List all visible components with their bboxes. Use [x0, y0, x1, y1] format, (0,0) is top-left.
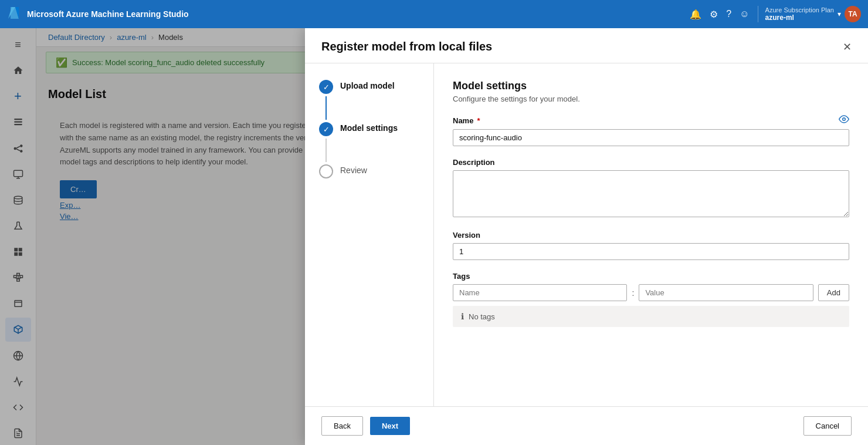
panel-title: Register model from local files [321, 40, 492, 53]
info-icon: ℹ [461, 312, 464, 321]
name-required-indicator: * [477, 116, 480, 125]
version-field-group: Version [453, 231, 849, 260]
settings-icon[interactable]: ⚙ [710, 9, 718, 20]
notification-icon[interactable]: 🔔 [690, 9, 701, 20]
form-section-subtitle: Configure the settings for your model. [453, 95, 849, 103]
name-label: Name * [453, 115, 849, 126]
panel-body: Upload model Model settings [305, 63, 868, 406]
no-tags-message: No tags [469, 312, 495, 321]
step-1-line [326, 96, 327, 120]
eye-icon[interactable] [839, 115, 849, 126]
stepper: Upload model Model settings [305, 63, 434, 406]
azure-logo-icon [7, 6, 21, 22]
tag-value-input[interactable] [639, 284, 813, 301]
next-button[interactable]: Next [370, 417, 410, 435]
subscription-plan-label: Azure Subscription Plan [765, 6, 834, 14]
svg-point-30 [843, 118, 846, 121]
avatar[interactable]: TA [845, 6, 861, 22]
step-3-circle [319, 164, 333, 178]
tags-row: : Add [453, 284, 849, 301]
step-review: Review [319, 164, 419, 178]
step-3-label: Review [340, 164, 367, 175]
description-label: Description [453, 158, 849, 167]
step-2-checkmark [323, 125, 330, 134]
tags-field-group: Tags : Add ℹ No tags [453, 272, 849, 327]
no-tags-area: ℹ No tags [453, 306, 849, 327]
app-title: Microsoft Azure Machine Learning Studio [27, 9, 189, 19]
back-button[interactable]: Back [321, 416, 363, 436]
workspace-label: azure-ml [765, 14, 834, 22]
version-label: Version [453, 231, 849, 240]
step-2-circle [319, 122, 333, 136]
version-input[interactable] [453, 243, 849, 260]
cancel-button[interactable]: Cancel [803, 416, 852, 436]
tag-colon: : [632, 288, 634, 298]
panel-footer: Back Next Cancel [305, 406, 868, 445]
form-section-title: Model settings [453, 80, 849, 92]
register-model-panel: Register model from local files ✕ Upload… [305, 28, 868, 445]
step-model-settings: Model settings [319, 122, 419, 164]
form-area: Model settings Configure the settings fo… [434, 63, 868, 406]
smiley-icon[interactable]: ☺ [740, 9, 749, 19]
dropdown-icon[interactable]: ▾ [838, 10, 841, 18]
step-upload-model: Upload model [319, 80, 419, 122]
step-1-checkmark [323, 83, 330, 92]
step-1-label: Upload model [340, 80, 395, 90]
tags-label: Tags [453, 272, 849, 281]
help-icon[interactable]: ? [726, 9, 731, 19]
topbar: Microsoft Azure Machine Learning Studio … [0, 0, 868, 28]
account-section: Azure Subscription Plan azure-ml ▾ TA [758, 6, 861, 22]
name-input[interactable] [453, 129, 849, 146]
tag-name-input[interactable] [453, 284, 627, 301]
panel-close-button[interactable]: ✕ [843, 41, 852, 53]
step-2-label: Model settings [340, 122, 398, 133]
step-2-line [326, 139, 327, 162]
panel-overlay: Register model from local files ✕ Upload… [0, 28, 868, 445]
name-field-group: Name * [453, 115, 849, 146]
step-1-circle [319, 80, 333, 94]
panel-header: Register model from local files ✕ [305, 28, 868, 63]
description-textarea[interactable] [453, 170, 849, 217]
description-field-group: Description [453, 158, 849, 219]
tag-add-button[interactable]: Add [818, 284, 849, 301]
